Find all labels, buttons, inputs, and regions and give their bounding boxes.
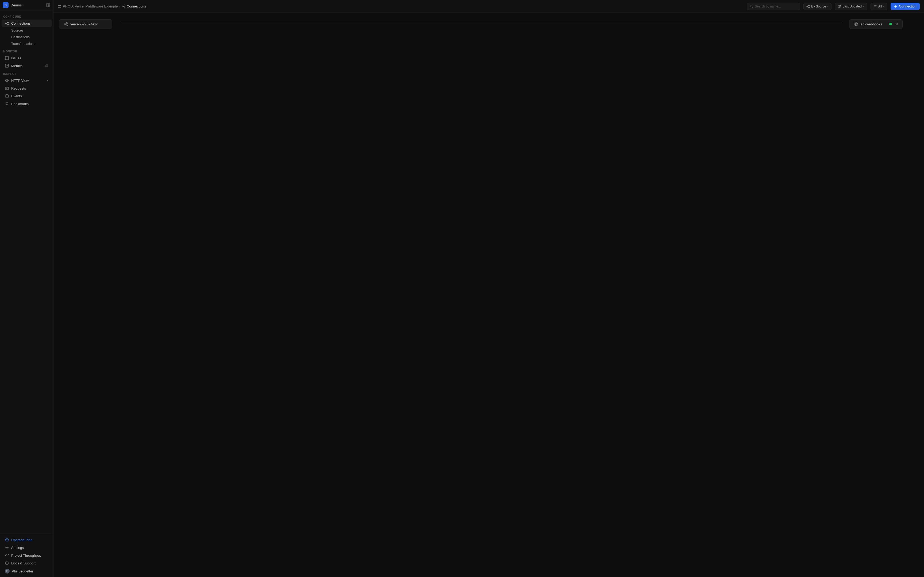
- add-connection-label: Connection: [899, 4, 916, 8]
- svg-point-41: [808, 7, 810, 8]
- events-icon: [5, 94, 9, 98]
- settings-label: Settings: [11, 546, 24, 550]
- issues-label: Issues: [11, 56, 21, 60]
- svg-point-27: [6, 547, 8, 548]
- sidebar-item-docs-support[interactable]: Docs & Support: [2, 559, 52, 567]
- breadcrumb: PROD: Vercel Middleware Example / Connec…: [58, 4, 146, 8]
- by-source-chevron: ▾: [827, 5, 829, 8]
- last-updated-chevron: ▾: [863, 5, 864, 8]
- inspect-section-label: Inspect: [0, 70, 53, 76]
- requests-icon: [5, 86, 9, 90]
- requests-label: Requests: [11, 86, 26, 90]
- sidebar-item-sources[interactable]: Sources: [2, 27, 52, 34]
- destination-node-label: api-webhooks: [861, 22, 882, 26]
- sidebar-item-bookmarks[interactable]: Bookmarks: [2, 100, 52, 108]
- destination-node-icon: [854, 22, 858, 26]
- svg-point-16: [6, 79, 8, 82]
- by-source-filter-button[interactable]: By Source ▾: [803, 3, 832, 10]
- search-icon: [750, 5, 753, 8]
- topbar: PROD: Vercel Middleware Example / Connec…: [53, 0, 924, 13]
- svg-point-28: [5, 555, 6, 556]
- all-filter-button[interactable]: All ▾: [871, 3, 887, 10]
- svg-point-56: [855, 23, 857, 26]
- connections-icon: [5, 21, 9, 26]
- sidebar-item-requests[interactable]: Requests: [2, 84, 52, 92]
- svg-line-54: [66, 24, 66, 25]
- sidebar-item-issues[interactable]: Issues: [2, 54, 52, 62]
- svg-point-31: [7, 562, 7, 562]
- svg-point-3: [5, 23, 6, 24]
- monitor-section-label: Monitor: [0, 47, 53, 54]
- last-updated-filter-button[interactable]: Last Updated ▾: [835, 3, 867, 10]
- svg-line-7: [6, 24, 8, 24]
- breadcrumb-current: Connections: [122, 4, 146, 8]
- svg-rect-12: [45, 66, 46, 66]
- sidebar-item-settings[interactable]: Settings: [2, 544, 52, 551]
- sidebar-item-metrics[interactable]: Metrics: [2, 62, 52, 69]
- project-throughput-label: Project Throughput: [11, 553, 41, 558]
- sidebar: D Demos Configure: [0, 0, 53, 577]
- bookmarks-label: Bookmarks: [11, 102, 29, 106]
- user-avatar: P: [5, 569, 10, 574]
- filter-icon: [874, 5, 877, 8]
- svg-line-42: [808, 6, 808, 6]
- metrics-label: Metrics: [11, 64, 23, 68]
- breadcrumb-current-name: Connections: [127, 4, 146, 8]
- workspace-icon: D: [3, 2, 8, 8]
- svg-point-32: [122, 6, 123, 7]
- transformations-label: Transformations: [11, 42, 35, 46]
- sidebar-item-project-throughput[interactable]: Project Throughput: [2, 551, 52, 559]
- http-view-icon: [5, 78, 9, 83]
- expand-destination-icon[interactable]: [895, 23, 898, 26]
- breadcrumb-separator: /: [119, 4, 120, 8]
- svg-point-39: [806, 6, 808, 7]
- http-view-chevron: ▾: [47, 79, 48, 82]
- breadcrumb-project[interactable]: PROD: Vercel Middleware Example: [58, 4, 118, 8]
- svg-rect-14: [47, 66, 48, 67]
- svg-point-51: [66, 23, 68, 24]
- svg-point-4: [8, 22, 8, 23]
- sidebar-bottom: Upgrade Plan Settings Project Throughput: [0, 534, 53, 577]
- svg-point-40: [808, 5, 810, 6]
- svg-point-5: [8, 24, 8, 25]
- status-dot-active: [889, 23, 892, 26]
- user-profile-item[interactable]: P Phil Leggetter: [2, 567, 52, 575]
- svg-rect-2: [48, 5, 50, 7]
- add-connection-button[interactable]: Connection: [890, 3, 920, 10]
- bookmarks-icon: [5, 102, 9, 106]
- layout-icon: [46, 3, 50, 7]
- sidebar-item-upgrade-plan[interactable]: Upgrade Plan: [2, 536, 52, 543]
- last-updated-icon: [838, 5, 841, 8]
- search-input[interactable]: [755, 5, 797, 8]
- svg-rect-13: [47, 64, 48, 66]
- svg-line-36: [123, 6, 124, 7]
- plus-icon: [894, 5, 898, 8]
- workspace-name[interactable]: D Demos: [3, 2, 22, 8]
- configure-section-label: Configure: [0, 13, 53, 19]
- connections-breadcrumb-icon: [122, 5, 126, 8]
- folder-icon: [58, 5, 61, 8]
- destination-node[interactable]: api-webhooks: [849, 19, 903, 29]
- source-node-icon: [63, 22, 68, 26]
- svg-line-38: [752, 7, 753, 8]
- events-label: Events: [11, 94, 22, 98]
- docs-icon: [5, 561, 9, 565]
- sidebar-item-events[interactable]: Events: [2, 92, 52, 100]
- svg-rect-1: [48, 3, 50, 5]
- source-node[interactable]: vercel-527074e1c: [59, 19, 112, 29]
- svg-line-43: [808, 6, 808, 7]
- breadcrumb-project-name: PROD: Vercel Middleware Example: [63, 4, 118, 8]
- sidebar-item-transformations[interactable]: Transformations: [2, 40, 52, 47]
- sidebar-toggle-button[interactable]: [46, 3, 50, 8]
- sidebar-item-connections[interactable]: Connections: [2, 19, 52, 27]
- sidebar-item-destinations[interactable]: Destinations: [2, 34, 52, 40]
- search-box[interactable]: [747, 3, 800, 10]
- svg-point-26: [6, 538, 8, 542]
- last-updated-label: Last Updated: [842, 5, 861, 8]
- sidebar-item-http-view[interactable]: HTTP View ▾: [2, 77, 52, 84]
- user-name-label: Phil Leggetter: [12, 569, 33, 573]
- connections-canvas: vercel-527074e1c api-webhooks: [53, 13, 924, 577]
- all-filter-chevron: ▾: [883, 5, 884, 8]
- http-view-label: HTTP View: [11, 79, 29, 83]
- by-source-label: By Source: [811, 5, 826, 8]
